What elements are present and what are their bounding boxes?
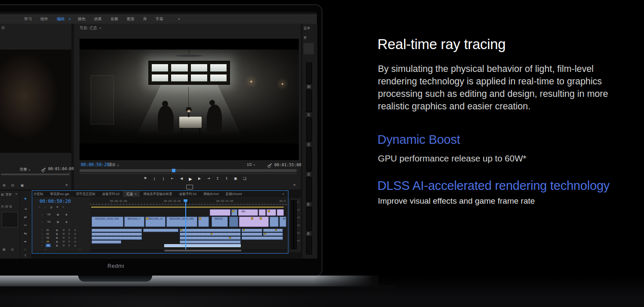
- source-export-frame-icon[interactable]: ▣: [21, 183, 24, 187]
- workspace-tab-assembly[interactable]: 组件: [36, 16, 52, 22]
- video-clip[interactable]: B00: [238, 209, 258, 216]
- track-output-icon[interactable]: ▣: [56, 240, 58, 243]
- workspace-tab-graphics[interactable]: 图形: [123, 16, 139, 22]
- program-zoom-select[interactable]: 适合 ▾: [108, 162, 119, 167]
- sequence-tab[interactable]: 片定制: [32, 192, 47, 196]
- audio-clip[interactable]: [242, 233, 262, 236]
- timeline-ruler[interactable]: 00:00:45:00 00:00:50:00 00:00:55:00 00:0: [90, 199, 287, 205]
- sequence-tab[interactable]: 调色出Xml: [200, 192, 222, 196]
- snap-magnet-icon[interactable]: ∩: [45, 206, 46, 208]
- track-label-a1[interactable]: A1: [46, 229, 49, 231]
- sequence-tab[interactable]: 嵌套序列 02: [99, 192, 123, 196]
- mute-icon[interactable]: M: [63, 240, 64, 243]
- lock-icon[interactable]: ∩: [41, 244, 43, 247]
- track-label-a5-selected[interactable]: A5: [46, 244, 51, 247]
- razor-tool[interactable]: ✂: [22, 223, 28, 227]
- lock-icon[interactable]: ∩: [41, 240, 43, 243]
- mic-icon[interactable]: ψ: [74, 244, 76, 247]
- solo-icon[interactable]: S: [68, 229, 70, 231]
- mute-icon[interactable]: M: [63, 229, 64, 231]
- solo-icon[interactable]: S: [68, 244, 70, 247]
- nest-toggle-icon[interactable]: ⊢: [39, 206, 41, 208]
- source-add-button-icon[interactable]: +: [65, 183, 68, 187]
- track-output-icon[interactable]: ▣: [56, 233, 58, 235]
- zoom-handle-icon[interactable]: ○: [79, 248, 81, 251]
- play-button-icon[interactable]: ▶: [187, 177, 194, 181]
- track-label-a2[interactable]: A2: [46, 233, 49, 235]
- track-label-a3[interactable]: A3: [46, 236, 49, 239]
- video-clip[interactable]: B002C055_130101_R6S: [166, 217, 197, 227]
- video-clip[interactable]: B001C031_1: [124, 217, 144, 227]
- audio-clip[interactable]: [242, 236, 283, 240]
- audio-clip[interactable]: [92, 240, 121, 244]
- track-output-icon[interactable]: ▣: [57, 220, 59, 223]
- linked-selection-icon[interactable]: ▥: [50, 206, 52, 208]
- timeline-tab-overflow-icon[interactable]: »: [279, 192, 288, 196]
- workspace-tab-editing[interactable]: 编辑: [52, 16, 69, 22]
- workspace-menu-icon[interactable]: ≡: [69, 17, 74, 21]
- project-panel-header[interactable]: 箱: 首页: [1, 192, 12, 197]
- audio-clip[interactable]: [143, 229, 178, 232]
- solo-icon[interactable]: S: [68, 240, 70, 243]
- slip-tool[interactable]: ⇆: [22, 232, 28, 236]
- pen-tool[interactable]: ✒: [22, 240, 28, 244]
- marker-icon[interactable]: ⚑: [56, 206, 58, 208]
- sequence-tab[interactable]: 邪不压正定制: [73, 192, 99, 196]
- track-output-icon[interactable]: ▣: [56, 244, 58, 247]
- video-clip[interactable]: [229, 217, 238, 227]
- video-clip[interactable]: [239, 217, 269, 227]
- track-label-a4[interactable]: A4: [46, 240, 49, 243]
- extract-icon[interactable]: ↧: [223, 177, 230, 181]
- audio-clip[interactable]: [180, 229, 241, 232]
- sequence-tab[interactable]: 音频VOcmf: [222, 192, 245, 196]
- new-bin-icon[interactable]: ▤: [3, 248, 6, 251]
- track-label-v3[interactable]: V3: [47, 213, 50, 216]
- go-to-out-icon[interactable]: ⇥: [205, 177, 212, 181]
- mic-icon[interactable]: ψ: [74, 240, 76, 243]
- mark-out-icon[interactable]: }: [160, 177, 167, 181]
- mute-icon[interactable]: M: [63, 244, 64, 247]
- source-tab-fragment[interactable]: 源: [1, 25, 5, 30]
- lift-icon[interactable]: ↥: [214, 177, 221, 181]
- mic-icon[interactable]: ψ: [74, 233, 76, 235]
- track-output-icon[interactable]: ▣: [56, 236, 58, 239]
- button-editor-toggle[interactable]: [186, 185, 193, 189]
- solo-icon[interactable]: S: [68, 233, 70, 235]
- timeline-timecode[interactable]: 00:00:50:20: [40, 198, 71, 204]
- mute-icon[interactable]: M: [63, 233, 64, 235]
- audio-clip[interactable]: [180, 240, 241, 244]
- track-select-tool[interactable]: ⇥: [22, 207, 28, 211]
- video-clip[interactable]: B001C0: [212, 217, 228, 227]
- audio-clip[interactable]: [242, 229, 262, 232]
- lock-icon[interactable]: ∩: [41, 213, 43, 216]
- program-tab[interactable]: 节目: 汇总 ≡: [80, 25, 101, 31]
- sequence-tab-active[interactable]: 汇总≡: [123, 191, 140, 197]
- panel-menu-icon[interactable]: ≡: [135, 192, 136, 195]
- program-current-timecode[interactable]: 00:00:50:20: [81, 162, 109, 167]
- eye-icon[interactable]: ◉: [65, 220, 67, 223]
- workspace-tab-color[interactable]: 颜色: [74, 16, 90, 22]
- step-back-icon[interactable]: ◀: [178, 177, 185, 181]
- comparison-view-icon[interactable]: ❏: [241, 177, 248, 181]
- workspace-tab-libraries[interactable]: 库: [139, 16, 151, 22]
- video-clip[interactable]: [210, 209, 230, 216]
- source-zoom-select[interactable]: 完整 ▾: [20, 167, 30, 172]
- rail-label-more[interactable]: 更: [304, 35, 307, 40]
- ripple-edit-tool[interactable]: ⇄: [22, 215, 28, 219]
- audio-clip[interactable]: [92, 236, 142, 240]
- audio-clip[interactable]: [263, 229, 283, 232]
- track-label-v2[interactable]: V2: [47, 220, 50, 223]
- timeline-scrollbar-handle[interactable]: [164, 250, 242, 251]
- lock-icon[interactable]: ∩: [41, 220, 43, 223]
- workspace-overflow-icon[interactable]: »: [178, 17, 180, 21]
- export-frame-icon[interactable]: ▣: [232, 177, 239, 181]
- go-to-in-icon[interactable]: ⇤: [169, 177, 176, 181]
- source-scrubber[interactable]: [1, 174, 70, 175]
- project-thumbnail[interactable]: [2, 212, 18, 227]
- panel-menu-icon[interactable]: ≡: [99, 27, 101, 30]
- add-marker-icon[interactable]: ⚑: [142, 177, 149, 181]
- program-scrubber[interactable]: [80, 169, 297, 172]
- video-clip[interactable]: A001C002_130101_R2S: [92, 217, 123, 227]
- sequence-tab[interactable]: 审讯室xiu gai: [47, 192, 73, 196]
- program-add-button-icon[interactable]: +: [293, 183, 296, 187]
